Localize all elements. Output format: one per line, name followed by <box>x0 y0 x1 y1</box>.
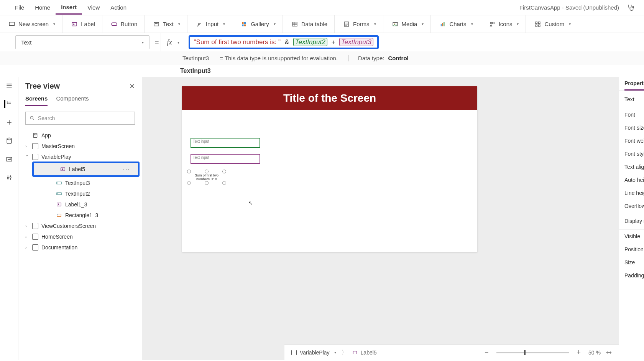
screen-title-bar[interactable]: Title of the Screen <box>182 86 477 110</box>
tree-item-rectangle1-3[interactable]: Rectangle1_3 <box>18 210 142 221</box>
prop-font-size[interactable]: Font size <box>619 121 644 134</box>
button-button-label: Button <box>121 21 137 27</box>
svg-rect-21 <box>539 25 540 26</box>
prop-font-weight[interactable]: Font weight <box>619 134 644 147</box>
menu-home[interactable]: Home <box>30 1 56 14</box>
prop-display-mode[interactable]: Display mode <box>619 213 644 230</box>
prop-position[interactable]: Position <box>619 243 644 256</box>
resize-handle[interactable] <box>205 170 209 173</box>
text-button[interactable]: Text▾ <box>146 15 187 33</box>
tree-item-app[interactable]: App <box>18 130 142 141</box>
menu-view[interactable]: View <box>82 1 105 14</box>
svg-rect-28 <box>34 134 36 135</box>
fx-icon[interactable]: fx <box>167 38 172 46</box>
label-button[interactable]: Label <box>64 15 102 33</box>
tree-item-documentation[interactable]: › Documentation <box>18 242 142 253</box>
tab-properties[interactable]: Properties <box>624 80 644 91</box>
chevron-down-icon[interactable]: ▾ <box>334 350 336 354</box>
menu-action[interactable]: Action <box>105 1 132 14</box>
close-icon[interactable]: ✕ <box>129 82 135 91</box>
svg-point-22 <box>7 138 12 140</box>
prop-visible[interactable]: Visible <box>619 230 644 243</box>
expand-icon[interactable]: › <box>25 144 29 148</box>
chevron-down-icon: ▾ <box>223 22 225 26</box>
intellisense-suggestion[interactable]: TextInput3 <box>0 65 644 77</box>
formula-ref-textinput3: TextInput3 <box>339 38 373 46</box>
fit-to-window-icon[interactable]: ⤢ <box>604 347 614 357</box>
menu-insert[interactable]: Insert <box>56 1 82 15</box>
expand-icon[interactable]: › <box>25 234 29 239</box>
formula-bar-input[interactable]: "Sum of first two numbers is: " & TextIn… <box>186 33 644 51</box>
prop-text[interactable]: Text <box>619 91 644 108</box>
prop-font-style[interactable]: Font style <box>619 147 644 160</box>
canvas-textinput3[interactable]: Text input <box>191 154 260 164</box>
tree-item-variableplay[interactable]: › VariablePlay <box>18 152 142 162</box>
tab-screens[interactable]: Screens <box>25 95 48 106</box>
collapse-icon[interactable]: › <box>25 155 30 159</box>
tree-item-textinput3[interactable]: TextInput3 <box>18 178 142 188</box>
icons-button[interactable]: Icons▾ <box>482 15 526 33</box>
tab-components[interactable]: Components <box>56 95 89 106</box>
svg-rect-23 <box>7 157 12 161</box>
canvas-screen[interactable]: Title of the Screen Text input Text inpu… <box>182 86 477 252</box>
more-icon[interactable]: ··· <box>123 166 130 173</box>
screen-icon <box>32 223 38 229</box>
button-button[interactable]: Button <box>104 15 145 33</box>
svg-rect-32 <box>57 203 61 206</box>
breadcrumb-control[interactable]: Label5 <box>352 349 377 356</box>
tree-item-homescreen[interactable]: › HomeScreen <box>18 231 142 242</box>
zoom-slider-handle[interactable] <box>524 350 526 355</box>
resize-handle[interactable] <box>205 181 209 185</box>
tree-item-masterscreen[interactable]: › MasterScreen <box>18 141 142 152</box>
breadcrumb-screen[interactable]: VariablePlay ▾ <box>291 349 336 356</box>
zoom-out-button[interactable]: − <box>482 348 491 356</box>
charts-button[interactable]: Charts▾ <box>432 15 480 33</box>
prop-padding[interactable]: Padding <box>619 269 644 282</box>
property-selector[interactable]: Text ▾ <box>15 35 150 49</box>
tree-item-textinput2[interactable]: TextInput2 <box>18 188 142 199</box>
tree-item-label5[interactable]: Label5 ··· <box>34 163 138 175</box>
prop-size[interactable]: Size <box>619 256 644 269</box>
svg-rect-5 <box>242 22 244 24</box>
advanced-tools-icon[interactable] <box>5 174 13 181</box>
custom-button[interactable]: Custom▾ <box>527 15 578 33</box>
forms-button[interactable]: Forms▾ <box>336 15 383 33</box>
resize-handle[interactable] <box>187 170 191 173</box>
svg-rect-4 <box>154 22 159 26</box>
svg-point-0 <box>632 6 634 7</box>
menu-file[interactable]: File <box>10 1 30 14</box>
app-checker-icon[interactable] <box>627 4 634 12</box>
canvas-textinput2[interactable]: Text input <box>191 138 260 148</box>
tree-item-viewcustomers[interactable]: › ViewCustomersScreen <box>18 221 142 231</box>
data-table-button[interactable]: Data table <box>284 15 335 33</box>
chevron-down-icon: ▾ <box>374 22 376 26</box>
data-icon[interactable] <box>5 137 13 145</box>
formula-highlight: "Sum of first two numbers is: " & TextIn… <box>189 35 379 49</box>
resize-handle[interactable] <box>187 181 191 185</box>
chevron-down-icon[interactable]: ▾ <box>177 40 179 45</box>
text-input-icon <box>56 191 62 197</box>
zoom-in-button[interactable]: + <box>575 348 583 356</box>
media-rail-icon[interactable] <box>5 155 13 163</box>
prop-font[interactable]: Font <box>619 108 644 121</box>
hamburger-icon[interactable] <box>5 82 13 89</box>
resize-handle[interactable] <box>222 181 226 185</box>
resize-handle[interactable] <box>222 170 226 173</box>
input-button[interactable]: Input▾ <box>189 15 232 33</box>
gallery-button[interactable]: Gallery▾ <box>234 15 283 33</box>
canvas-label5-selected[interactable]: Sum of first two numbers is: 0 <box>189 171 224 183</box>
zoom-slider[interactable] <box>496 352 569 353</box>
tree-search-input[interactable]: Search <box>25 112 135 125</box>
chevron-down-icon: ▾ <box>178 22 180 26</box>
new-screen-button[interactable]: New screen▾ <box>8 15 62 33</box>
insert-icon[interactable] <box>5 119 13 126</box>
expand-icon[interactable]: › <box>25 224 29 228</box>
prop-auto-height[interactable]: Auto height <box>619 173 644 186</box>
tree-item-label1-3[interactable]: Label1_3 <box>18 199 142 210</box>
prop-line-height[interactable]: Line height <box>619 186 644 199</box>
media-button[interactable]: Media▾ <box>385 15 431 33</box>
prop-overflow[interactable]: Overflow <box>619 199 644 213</box>
tree-view-icon[interactable] <box>4 100 12 108</box>
expand-icon[interactable]: › <box>25 245 29 250</box>
prop-text-alignment[interactable]: Text alignment <box>619 160 644 173</box>
